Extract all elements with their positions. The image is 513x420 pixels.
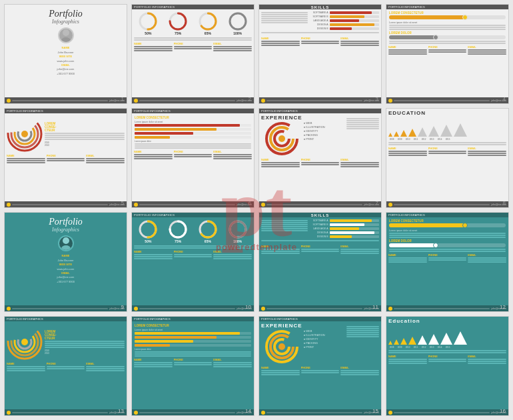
slide-5[interactable]: PORTFOLIO INFOGRAPHICS LOREMCONSE-CTEUR	[4, 108, 127, 208]
slide-number-14: 14	[245, 408, 251, 414]
slide-number-13: 13	[118, 408, 124, 414]
slide-number-3: 3	[376, 96, 378, 102]
svg-point-28	[230, 221, 246, 237]
slide-number-15: 15	[372, 408, 378, 414]
slide-7[interactable]: PORTFOLIO INFOGRAPHICS EXPERIENCE	[258, 108, 382, 208]
slide-14[interactable]: PORTFOLIO INFOGRAPHICS LOREM CONSECTETUR…	[131, 316, 255, 416]
slide-6[interactable]: PORTFOLIO INFOGRAPHICS LOREM CONSECTETUR…	[131, 108, 255, 208]
slide-number-10: 10	[245, 304, 251, 310]
slide-3[interactable]: SKILLS SOFTWARE A SOFTWARE B	[258, 4, 382, 104]
slide-number-5: 5	[121, 200, 124, 206]
slide-16[interactable]: Education 20082009201020112	[386, 316, 509, 416]
slide-number-1: 1	[121, 96, 124, 102]
svg-point-20	[61, 245, 71, 250]
slide-grid: Portfolio Infographics NAME John Brunner…	[0, 0, 513, 420]
slide-10[interactable]: PORTFOLIO INFOGRAPHICS 50% 75% 65%	[131, 212, 255, 312]
slide-13[interactable]: PORTFOLIO INFOGRAPHICS LOREMCONSE-CTEUR	[4, 316, 127, 416]
slide-number-7: 7	[376, 200, 378, 206]
slide-11[interactable]: SKILLS SOFTWARE A SOFTWARE B	[258, 212, 382, 312]
slide-number-8: 8	[503, 200, 506, 206]
slide-number-12: 12	[500, 304, 506, 310]
svg-point-19	[63, 237, 69, 244]
svg-point-18	[278, 135, 285, 142]
svg-point-9	[230, 13, 246, 29]
slide-15[interactable]: PORTFOLIO INFOGRAPHICS EXPERIENCE	[258, 316, 382, 416]
slide-2[interactable]: PORTFOLIO INFOGRAPHICS 50% 75% 65%	[131, 4, 255, 104]
svg-point-37	[278, 343, 285, 350]
slide-number-2: 2	[249, 96, 251, 102]
svg-point-14	[21, 131, 28, 137]
svg-point-1	[61, 37, 71, 42]
slide-4[interactable]: PORTFOLIO INFOGRAPHICS LOREM CONSECTETUR…	[386, 4, 509, 104]
slide-8[interactable]: EDUCATION 20082009201020112	[386, 108, 509, 208]
slide-1[interactable]: Portfolio Infographics NAME John Brunner…	[4, 4, 127, 104]
svg-point-0	[63, 29, 69, 36]
slide-12[interactable]: PORTFOLIO INFOGRAPHICS LOREM CONSECTETUR…	[386, 212, 509, 312]
slide-number-16: 16	[500, 408, 506, 414]
slide-number-11: 11	[372, 304, 378, 310]
slide-number-9: 9	[121, 304, 124, 310]
svg-point-33	[21, 339, 28, 345]
slide-9[interactable]: Portfolio Infographics NAME John Brunner…	[4, 212, 127, 312]
slide-number-4: 4	[503, 96, 506, 102]
slide-number-6: 6	[249, 200, 251, 206]
